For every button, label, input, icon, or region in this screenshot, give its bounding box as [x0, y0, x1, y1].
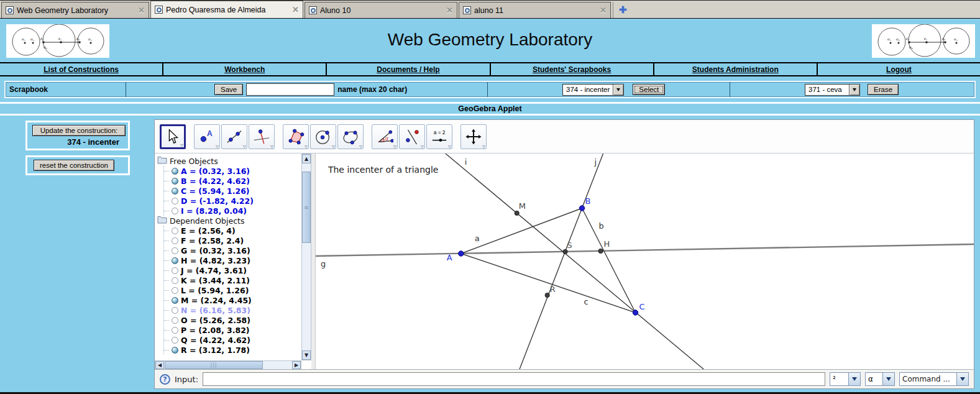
tool-circle-center-point[interactable]: ▿ [310, 124, 336, 149]
point-C[interactable] [633, 310, 638, 315]
point-R[interactable] [545, 293, 549, 297]
splitpane-divider[interactable] [311, 153, 316, 370]
menu-item-students-scrapbooks[interactable]: Students' Scrapbooks [490, 63, 653, 75]
select-button[interactable]: Select [633, 84, 665, 95]
algebra-item-J[interactable]: J = (4.74, 3.61) [164, 265, 301, 275]
tool-slider[interactable]: a = 2▿ [426, 124, 452, 149]
reset-construction-button[interactable]: reset the construction [34, 160, 114, 171]
command-dropdown[interactable]: Command ... [899, 372, 969, 386]
browser-tab-aluno-10[interactable]: Aluno 10✕ [305, 2, 457, 18]
close-icon[interactable]: ✕ [138, 6, 145, 15]
menu-item-workbench[interactable]: Workbench [162, 63, 326, 75]
algebra-item-L[interactable]: L = (5.94, 1.26) [164, 285, 301, 295]
dropdown-arrow-icon[interactable] [882, 372, 895, 386]
algebra-item-N[interactable]: N = (6.16, 5.83) [164, 305, 301, 315]
menu-item-logout[interactable]: Logout [817, 63, 980, 75]
help-icon[interactable]: ? [160, 374, 170, 385]
point-B[interactable] [579, 206, 584, 211]
hidden-object-icon[interactable] [172, 208, 178, 214]
close-icon[interactable]: ✕ [446, 6, 453, 15]
tool-move-graphics-view[interactable]: ▿ [460, 124, 487, 149]
hidden-object-icon[interactable] [172, 198, 178, 204]
tool-perpendicular-line[interactable]: ▿ [249, 124, 275, 149]
line-g[interactable] [316, 244, 974, 256]
power-symbol-dropdown[interactable]: ² [830, 372, 861, 386]
new-tab-button[interactable]: ✚ [613, 2, 633, 18]
algebra-item-K[interactable]: K = (3.44, 2.11) [164, 275, 301, 285]
geogebra-input-field[interactable] [203, 372, 825, 386]
hidden-object-icon[interactable] [172, 287, 178, 294]
visible-object-icon[interactable] [172, 168, 178, 175]
tool-dropdown-icon[interactable]: ▿ [216, 144, 219, 150]
tool-move-cursor[interactable]: ▿ [160, 124, 186, 149]
algebra-horizontal-scrollbar[interactable]: ◀ ||| ▶ [155, 360, 301, 370]
geometry-canvas[interactable]: The incenter of a triangleijMBabSHAgRcC [316, 153, 974, 370]
tool-polygon[interactable]: ▿ [283, 124, 309, 149]
erase-button[interactable]: Erase [868, 84, 899, 95]
scrapbook-name-input[interactable] [246, 83, 334, 96]
scroll-down-icon[interactable]: ▼ [302, 350, 311, 360]
point-H[interactable] [598, 249, 603, 253]
close-icon[interactable]: ✕ [600, 6, 607, 15]
algebra-item-I[interactable]: I = (8.28, 0.04) [164, 206, 301, 216]
tool-new-point[interactable]: A▿ [194, 124, 220, 149]
scroll-right-icon[interactable]: ▶ [292, 361, 301, 369]
visible-object-icon[interactable] [172, 297, 178, 304]
algebra-vertical-scrollbar[interactable]: ▲ ≡ ▼ [301, 153, 311, 360]
tool-dropdown-icon[interactable]: ▿ [270, 144, 273, 150]
vertical-scroll-thumb[interactable]: ≡ [302, 172, 311, 243]
tool-dropdown-icon[interactable]: ▿ [393, 144, 396, 150]
line-j[interactable] [520, 153, 603, 370]
erase-dropdown[interactable]: 371 - ceva [805, 84, 860, 96]
hidden-object-icon[interactable] [172, 227, 178, 234]
tool-line-through-two-points[interactable]: ▿ [221, 124, 247, 149]
algebra-item-A[interactable]: A = (0.32, 3.16) [164, 166, 301, 176]
dropdown-arrow-icon[interactable] [849, 85, 859, 95]
greek-letter-dropdown[interactable]: α [865, 372, 895, 386]
tool-dropdown-icon[interactable]: ▿ [332, 144, 335, 150]
scroll-up-icon[interactable]: ▲ [302, 154, 311, 163]
hidden-object-icon[interactable] [172, 307, 178, 314]
update-construction-button[interactable]: Update the construction: [32, 125, 126, 136]
point-S[interactable] [563, 249, 567, 254]
browser-tab-pedro-quaresma-de-almeida[interactable]: Pedro Quaresma de Almeida✕ [150, 1, 303, 18]
tool-dropdown-icon[interactable]: ▿ [305, 144, 308, 150]
algebra-item-M[interactable]: M = (2.24, 4.45) [164, 295, 301, 305]
algebra-item-C[interactable]: C = (5.94, 1.26) [164, 186, 301, 196]
hidden-object-icon[interactable] [172, 317, 178, 324]
line-a[interactable] [461, 208, 582, 254]
algebra-item-F[interactable]: F = (2.58, 2.4) [164, 236, 301, 245]
tool-dropdown-icon[interactable]: ▿ [359, 144, 362, 150]
tool-dropdown-icon[interactable]: ▿ [482, 144, 485, 150]
visible-object-icon[interactable] [172, 347, 178, 354]
line-c[interactable] [461, 254, 636, 313]
dropdown-arrow-icon[interactable] [613, 85, 623, 95]
menu-item-documents-help[interactable]: Documents / Help [326, 63, 489, 75]
algebra-item-R[interactable]: R = (3.12, 1.78) [164, 345, 301, 355]
algebra-item-E[interactable]: E = (2.56, 4) [164, 226, 301, 236]
hidden-object-icon[interactable] [172, 247, 178, 254]
scroll-left-icon[interactable]: ◀ [155, 361, 164, 369]
construction-dropdown[interactable]: 374 - incenter [562, 84, 624, 96]
algebra-item-H[interactable]: H = (4.82, 3.23) [164, 255, 301, 265]
close-icon[interactable]: ✕ [292, 5, 299, 14]
menu-item-students-administration[interactable]: Students Administration [653, 63, 817, 75]
hidden-object-icon[interactable] [172, 237, 178, 244]
visible-object-icon[interactable] [172, 188, 178, 195]
horizontal-scroll-thumb[interactable]: ||| [165, 361, 263, 369]
tool-reflect-object[interactable]: ▿ [399, 124, 425, 149]
hidden-object-icon[interactable] [172, 277, 178, 284]
tree-group-free-objects[interactable]: Free Objects [157, 156, 301, 166]
dropdown-arrow-icon[interactable] [956, 372, 969, 386]
tool-conic-five-points[interactable]: ▿ [337, 124, 364, 149]
save-button[interactable]: Save [214, 84, 243, 95]
visible-object-icon[interactable] [172, 178, 178, 185]
dropdown-arrow-icon[interactable] [848, 372, 861, 386]
tool-dropdown-icon[interactable]: ▿ [448, 144, 451, 150]
algebra-item-D[interactable]: D = (-1.82, 4.22) [164, 196, 301, 206]
browser-tab-web-geometry-laboratory[interactable]: Web Geometry Laboratory✕ [1, 2, 149, 18]
tool-angle[interactable]: α▿ [372, 124, 398, 149]
point-A[interactable] [459, 251, 464, 256]
tool-dropdown-icon[interactable]: ▿ [421, 144, 424, 150]
algebra-item-G[interactable]: G = (0.32, 3.16) [164, 245, 301, 255]
